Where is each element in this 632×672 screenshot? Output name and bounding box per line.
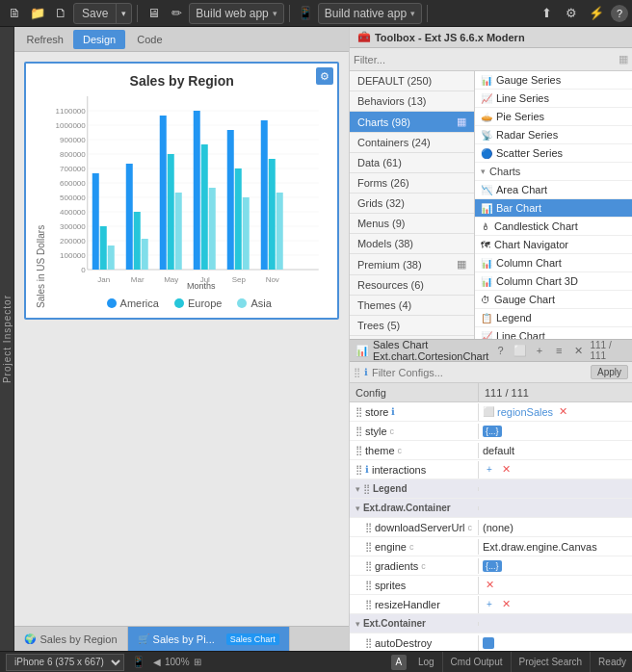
code-tab[interactable]: Code — [129, 32, 170, 47]
tree-candlestick-chart[interactable]: 🕯Candlestick Chart — [475, 218, 632, 236]
svg-text:Mar: Mar — [131, 275, 145, 284]
config-key-interactions: ⣿ ℹ interactions — [350, 462, 478, 478]
category-models[interactable]: Models (38) — [350, 234, 474, 254]
build-native-btn[interactable]: Build native app ▾ — [318, 3, 422, 24]
configs-close-btn[interactable]: ✕ — [570, 342, 586, 359]
filter-grip-icon: ⣿ — [354, 367, 360, 377]
tree-gauge-chart[interactable]: ⏱Gauge Chart — [475, 291, 632, 309]
configs-help-btn[interactable]: ? — [492, 342, 508, 359]
legend-section-arrow[interactable]: ▾ — [356, 484, 360, 494]
save-button[interactable]: Save ▾ — [73, 3, 132, 24]
svg-rect-26 — [100, 226, 107, 270]
tree-area-chart[interactable]: 📉Area Chart — [475, 181, 632, 199]
tree-pie-series[interactable]: 🥧Pie Series — [475, 108, 632, 126]
category-models-label: Models (38) — [357, 238, 413, 249]
save-arrow-icon[interactable]: ▾ — [117, 9, 131, 18]
new-file-btn[interactable]: 🗎 — [4, 3, 25, 24]
pencil-icon[interactable]: ✏ — [166, 3, 187, 24]
interactions-remove-btn[interactable]: ✕ — [499, 463, 513, 477]
sprites-remove-btn[interactable]: ✕ — [483, 579, 496, 592]
toolbox-body: DEFAULT (250) Behaviors (13) Charts (98)… — [350, 71, 632, 339]
cmd-output-tab[interactable]: Cmd Output — [443, 652, 512, 673]
save-label: Save — [74, 4, 117, 23]
settings-icon[interactable]: ⚙ — [561, 3, 582, 24]
draw-container-section-arrow[interactable]: ▾ — [356, 504, 360, 513]
category-grids[interactable]: Grids (32) — [350, 194, 474, 214]
log-tab[interactable]: Log — [410, 652, 443, 673]
store-value-link[interactable]: regionSales — [497, 406, 553, 418]
line-chart-icon: 📈 — [481, 331, 492, 340]
interactions-add-btn[interactable]: + — [483, 463, 496, 477]
device-select[interactable]: iPhone 6 (375 x 667) — [6, 654, 124, 671]
monitor-icon[interactable]: 🖥 — [143, 3, 164, 24]
separator1 — [137, 5, 138, 22]
tree-line-series[interactable]: 📈Line Series — [475, 90, 632, 108]
tree-chart-navigator[interactable]: 🗺Chart Navigator — [475, 236, 632, 254]
refresh-button[interactable]: Refresh — [20, 32, 69, 47]
configs-col-header: Config 111 / 111 — [350, 383, 632, 402]
resize-handler-add-btn[interactable]: + — [483, 598, 496, 611]
tree-bar-chart[interactable]: 📊Bar Chart — [475, 199, 632, 218]
tree-column-chart[interactable]: 📊Column Chart — [475, 254, 632, 272]
resize-handler-remove-btn[interactable]: ✕ — [499, 598, 513, 611]
build-web-btn[interactable]: Build web app ▾ — [189, 3, 283, 24]
dl-c-icon: c — [468, 523, 473, 532]
project-search-tab[interactable]: Project Search — [512, 652, 592, 673]
svg-text:300000: 300000 — [60, 222, 86, 231]
category-forms[interactable]: Forms (26) — [350, 173, 474, 194]
legend-europe: Europe — [174, 297, 222, 309]
category-menus[interactable]: Menus (9) — [350, 214, 474, 234]
configs-add-btn[interactable]: + — [532, 342, 547, 359]
mobile-icon[interactable]: 📱 — [295, 3, 316, 24]
tree-scatter-series[interactable]: 🔵Scatter Series — [475, 144, 632, 163]
configs-filter-input[interactable] — [372, 367, 591, 378]
category-trees[interactable]: Trees (5) — [350, 316, 474, 336]
category-data-label: Data (61) — [357, 157, 402, 168]
config-val-style: {...} — [478, 424, 632, 439]
tab-sales-by-product[interactable]: 🛒 Sales by Pi... Sales Chart — [128, 627, 290, 651]
category-containers[interactable]: Containers (24) — [350, 133, 474, 153]
apply-button[interactable]: Apply — [591, 365, 628, 379]
ext-container-section-arrow[interactable]: ▾ — [356, 619, 360, 629]
category-behaviors[interactable]: Behaviors (13) — [350, 91, 474, 112]
store-key-label: store — [365, 406, 388, 418]
configs-copy-btn[interactable]: ⬜ — [513, 342, 528, 359]
zoom-arrow-left[interactable]: ◀ — [153, 657, 161, 667]
build-native-arrow-icon: ▾ — [410, 9, 415, 18]
charts-collapse-icon[interactable]: ▾ — [481, 167, 486, 176]
tree-legend[interactable]: 📋Legend — [475, 309, 632, 327]
tab-sales-by-region[interactable]: 🌍 Sales by Region — [14, 627, 127, 651]
configs-header: 📊 Sales Chart Ext.chart.CortesionChart ?… — [350, 339, 632, 362]
auto-destroy-checkbox[interactable] — [483, 637, 494, 649]
chart-navigator-icon: 🗺 — [481, 240, 490, 250]
configs-menu-btn[interactable]: ≡ — [551, 342, 566, 359]
upload-icon[interactable]: ⬆ — [536, 3, 557, 24]
config-key-legend-section: ▾ ⣿ Legend — [350, 481, 478, 496]
tree-column-chart-3d[interactable]: 📊Column Chart 3D — [475, 272, 632, 291]
file-btn2[interactable]: 🗋 — [50, 3, 71, 24]
category-default[interactable]: DEFAULT (250) — [350, 71, 474, 91]
tree-line-chart[interactable]: 📈Line Chart — [475, 327, 632, 339]
category-premium[interactable]: Premium (38) ▦ — [350, 254, 474, 275]
svg-text:400000: 400000 — [60, 208, 86, 217]
design-tab[interactable]: Design — [73, 30, 125, 49]
interactions-info-icon: ℹ — [365, 464, 369, 475]
chart-settings-icon[interactable]: ⚙ — [316, 67, 333, 85]
zoom-expand-icon[interactable]: ⊞ — [194, 657, 201, 667]
toolbox-filter-input[interactable] — [354, 54, 619, 65]
category-data[interactable]: Data (61) — [350, 153, 474, 173]
tree-radar-series[interactable]: 📡Radar Series — [475, 126, 632, 144]
category-charts[interactable]: Charts (98) ▦ — [350, 112, 474, 133]
category-themes[interactable]: Themes (4) — [350, 296, 474, 316]
tree-gauge-series[interactable]: 📊Gauge Series — [475, 71, 632, 90]
store-info-icon[interactable]: ℹ — [391, 406, 395, 417]
config-val-ext-container-section — [478, 622, 632, 626]
category-resources[interactable]: Resources (6) — [350, 275, 474, 296]
toolbox-header: 🧰 Toolbox - Ext JS 6.6.x Modern — [350, 27, 632, 48]
help-button[interactable]: ? — [611, 5, 628, 22]
center-panel: Refresh Design Code ⚙ Sales by Region Sa… — [14, 27, 349, 651]
open-folder-btn[interactable]: 📁 — [27, 3, 48, 24]
config-row-engine: ⣿ engine c Ext.draw.engine.Canvas — [350, 537, 632, 556]
store-remove-btn[interactable]: ✕ — [556, 405, 569, 419]
flash-icon[interactable]: ⚡ — [586, 3, 607, 24]
